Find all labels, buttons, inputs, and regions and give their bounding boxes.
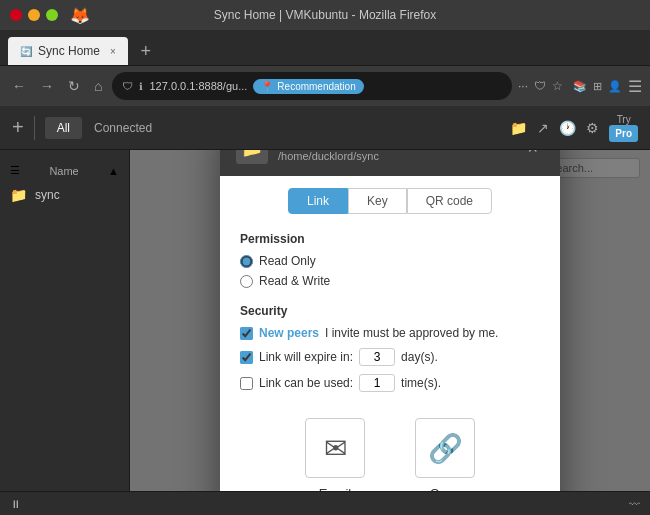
toolbar-divider — [34, 116, 35, 140]
link-use-label: Link can be used: — [259, 376, 353, 390]
link-use-checkbox[interactable] — [240, 377, 253, 390]
app-main: ☰ Name ▲ 📁 sync 🔄 ⊕ 📁 ↗ — [0, 150, 650, 491]
status-bar: ⏸ 〰 — [0, 491, 650, 515]
read-write-option[interactable]: Read & Write — [240, 274, 540, 288]
minimize-button[interactable] — [28, 9, 40, 21]
email-button[interactable]: ✉ Email — [305, 418, 365, 491]
tab-link[interactable]: Link — [288, 188, 348, 214]
new-peers-label: New peers — [259, 326, 319, 340]
modal-close-button[interactable]: × — [521, 150, 544, 161]
pro-badge[interactable]: Pro — [609, 125, 638, 142]
new-peers-option: New peers I invite must be approved by m… — [240, 326, 540, 340]
new-tab-button[interactable]: + — [132, 37, 160, 65]
profile-icon[interactable]: 👤 — [608, 80, 622, 93]
toolbar-tabs: All Connected — [45, 117, 164, 139]
maximize-button[interactable] — [46, 9, 58, 21]
address-actions: ··· 🛡 ☆ 📚 ⊞ 👤 ☰ — [518, 77, 642, 96]
new-peers-checkbox[interactable] — [240, 327, 253, 340]
tab-favicon: 🔄 — [20, 46, 32, 57]
address-text: 127.0.0.1:8888/gu... — [149, 80, 247, 92]
toolbar-right: 📁 ↗ 🕐 ⚙ Try Pro — [510, 114, 638, 142]
security-section: Security New peers I invite must be appr… — [240, 304, 540, 392]
reload-button[interactable]: ↻ — [64, 74, 84, 98]
tab-bar: 🔄 Sync Home × + — [0, 30, 650, 66]
read-write-label: Read & Write — [259, 274, 330, 288]
app-toolbar: + All Connected 📁 ↗ 🕐 ⚙ Try Pro — [0, 106, 650, 150]
lock-icon: ℹ — [139, 81, 143, 92]
share-modal: 📁 Share - sync /home/ducklord/sync × Lin… — [220, 150, 560, 491]
address-field[interactable]: 🛡 ℹ 127.0.0.1:8888/gu... 📍 Recommendatio… — [112, 72, 512, 100]
copy-button[interactable]: 🔗 Copy — [415, 418, 475, 491]
modal-folder-icon: 📁 — [236, 150, 268, 164]
permission-label: Permission — [240, 232, 540, 246]
link-use-option: Link can be used: time(s). — [240, 374, 540, 392]
library-icon[interactable]: 📚 — [573, 80, 587, 93]
tab-qrcode[interactable]: QR code — [407, 188, 492, 214]
add-button[interactable]: + — [12, 116, 24, 139]
days-label: day(s). — [401, 350, 438, 364]
times-label: time(s). — [401, 376, 441, 390]
home-button[interactable]: ⌂ — [90, 74, 106, 98]
permission-radio-group: Read Only Read & Write — [240, 254, 540, 288]
sort-icon[interactable]: ☰ — [10, 164, 20, 177]
browser-titlebar: 🦊 Sync Home | VMKubuntu - Mozilla Firefo… — [0, 0, 650, 30]
link-expire-option: Link will expire in: day(s). — [240, 348, 540, 366]
wave-icon: 〰 — [629, 498, 640, 510]
browser-title: Sync Home | VMKubuntu - Mozilla Firefox — [90, 8, 560, 22]
link-expire-label: Link will expire in: — [259, 350, 353, 364]
history-icon[interactable]: 🕐 — [559, 120, 576, 136]
sort-direction-icon[interactable]: ▲ — [108, 165, 119, 177]
email-icon: ✉ — [324, 432, 347, 465]
browser-tab[interactable]: 🔄 Sync Home × — [8, 37, 128, 65]
bookmark-icon[interactable]: 🛡 — [534, 79, 546, 93]
window-controls: 🦊 — [10, 6, 90, 25]
sync-icon[interactable]: ⊞ — [593, 80, 602, 93]
modal-actions: ✉ Email 🔗 Copy — [240, 408, 540, 491]
location-icon: 📍 — [261, 81, 273, 92]
use-times-input[interactable] — [359, 374, 395, 392]
email-label: Email — [319, 486, 352, 491]
read-only-option[interactable]: Read Only — [240, 254, 540, 268]
forward-button[interactable]: → — [36, 74, 58, 98]
back-button[interactable]: ← — [8, 74, 30, 98]
folder-icon: 📁 — [10, 187, 27, 203]
copy-icon: 🔗 — [428, 432, 463, 465]
sidebar-item-label: sync — [35, 188, 60, 202]
expire-days-input[interactable] — [359, 348, 395, 366]
tab-close-button[interactable]: × — [110, 46, 116, 57]
recommendation-badge[interactable]: 📍 Recommendation — [253, 79, 363, 94]
shield-icon: 🛡 — [122, 80, 133, 92]
tab-label: Sync Home — [38, 44, 100, 58]
modal-path: /home/ducklord/sync — [278, 150, 379, 162]
tab-all[interactable]: All — [45, 117, 82, 139]
open-icon[interactable]: ↗ — [537, 120, 549, 136]
modal-header: 📁 Share - sync /home/ducklord/sync × — [220, 150, 560, 176]
link-expire-checkbox[interactable] — [240, 351, 253, 364]
recommendation-label: Recommendation — [277, 81, 355, 92]
star-icon[interactable]: ☆ — [552, 79, 563, 93]
read-write-radio[interactable] — [240, 275, 253, 288]
content-wrapper: 🔄 ⊕ 📁 ↗ 📁 Share - sync — [130, 150, 650, 491]
more-icon[interactable]: ··· — [518, 79, 528, 93]
sidebar-header: ☰ Name ▲ — [0, 160, 129, 181]
folder-icon[interactable]: 📁 — [510, 120, 527, 136]
modal-body: Permission Read Only Read & Write — [220, 222, 560, 491]
pause-icon[interactable]: ⏸ — [10, 498, 21, 510]
menu-button[interactable]: ☰ — [628, 77, 642, 96]
tab-connected[interactable]: Connected — [82, 117, 164, 139]
read-only-radio[interactable] — [240, 255, 253, 268]
modal-tabs: Link Key QR code — [220, 176, 560, 222]
sidebar: ☰ Name ▲ 📁 sync — [0, 150, 130, 491]
sidebar-item-sync[interactable]: 📁 sync — [0, 181, 129, 209]
firefox-icon: 🦊 — [70, 6, 90, 25]
settings-icon[interactable]: ⚙ — [586, 120, 599, 136]
modal-overlay: 📁 Share - sync /home/ducklord/sync × Lin… — [130, 150, 650, 491]
tab-key[interactable]: Key — [348, 188, 407, 214]
try-label: Try — [617, 114, 631, 125]
app-content: + All Connected 📁 ↗ 🕐 ⚙ Try Pro ☰ Name ▲ — [0, 106, 650, 515]
security-label: Security — [240, 304, 540, 318]
try-pro-container: Try Pro — [609, 114, 638, 142]
copy-label: Copy — [430, 486, 460, 491]
close-button[interactable] — [10, 9, 22, 21]
name-column-header: Name — [49, 165, 78, 177]
